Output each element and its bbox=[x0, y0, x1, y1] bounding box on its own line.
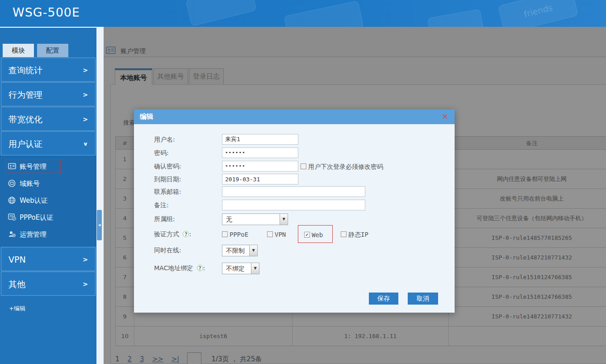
sidebar-item-label: 域账号 bbox=[20, 180, 40, 188]
pppoe-checkbox[interactable] bbox=[222, 231, 228, 237]
sidebar-item-other[interactable]: 其他 > bbox=[1, 272, 96, 296]
sidebar-item-web-auth[interactable]: Web认证 bbox=[0, 192, 96, 209]
vpn-label: VPN bbox=[275, 231, 286, 238]
sidebar-item-label: 用户认证 bbox=[8, 139, 42, 149]
force-change-label: 用户下次登录必须修改密码 bbox=[308, 163, 383, 170]
username-label: 用户名: bbox=[154, 134, 221, 145]
static-ip-checkbox[interactable] bbox=[341, 231, 347, 237]
sidebar-item-operation-mgmt[interactable]: 运营管理 bbox=[0, 226, 96, 243]
dialog-title: 编辑 bbox=[140, 109, 153, 124]
sidebar-tabs: 模块 配置 bbox=[3, 44, 96, 57]
auth-method-label: 验证方式 ?: bbox=[154, 229, 221, 239]
concurrent-select-value: 不限制 bbox=[226, 245, 245, 256]
sidebar: 模块 配置 查询统计 > 行为管理 > 带宽优化 > 用户认证 ∨ bbox=[0, 27, 96, 364]
sidebar-item-behavior-mgmt[interactable]: 行为管理 > bbox=[1, 82, 96, 106]
vpn-checkbox[interactable] bbox=[267, 231, 273, 237]
sidebar-menu: 查询统计 > 行为管理 > 带宽优化 > 用户认证 ∨ 账号管理 bbox=[0, 58, 96, 296]
keyboard-key-friends: friends bbox=[498, 0, 578, 27]
web-highlight-box: ✔Web bbox=[298, 225, 333, 243]
sidebar-item-label: 带宽优化 bbox=[8, 114, 42, 124]
edit-menu-link[interactable]: +编辑 bbox=[9, 305, 96, 313]
expire-date-label: 到期日期: bbox=[154, 174, 221, 184]
confirm-password-label: 确认密码: bbox=[154, 161, 221, 172]
dialog-body: 用户名: 密码: 确认密码: 用户下次登录必须修改密码 到期日期: 联系邮箱: … bbox=[134, 124, 455, 313]
chevron-down-icon: ∨ bbox=[83, 134, 88, 153]
sidebar-item-pppoe-auth[interactable]: PPPoE认证 bbox=[0, 209, 96, 226]
confirm-password-field[interactable] bbox=[222, 161, 298, 172]
sidebar-item-label: 账号管理 bbox=[20, 163, 46, 171]
product-title: WSG-500E bbox=[13, 5, 80, 19]
help-icon[interactable]: ? bbox=[183, 231, 189, 237]
remark-label: 备注: bbox=[154, 200, 221, 210]
sidebar-item-account-mgmt[interactable]: 账号管理 bbox=[0, 158, 96, 175]
keyboard-decoration bbox=[427, 9, 484, 27]
pppoe-label: PPPoE bbox=[230, 231, 248, 238]
sidebar-item-domain-account[interactable]: 域账号 bbox=[0, 175, 96, 192]
chevron-right-icon: > bbox=[83, 58, 88, 82]
email-field[interactable] bbox=[222, 186, 365, 197]
sidebar-item-user-auth[interactable]: 用户认证 ∨ bbox=[1, 131, 96, 155]
auth-option-web: ✔Web bbox=[304, 229, 323, 240]
email-label: 联系邮箱: bbox=[154, 186, 221, 197]
sidebar-item-label: 行为管理 bbox=[8, 90, 42, 100]
tab-modules[interactable]: 模块 bbox=[3, 44, 34, 57]
globe-icon bbox=[8, 197, 16, 204]
auth-method-label-text: 验证方式 bbox=[154, 230, 179, 238]
keyboard-decoration bbox=[284, 0, 364, 27]
sidebar-item-vpn[interactable]: VPN > bbox=[1, 247, 96, 271]
web-checkbox[interactable]: ✔ bbox=[304, 232, 310, 238]
chevron-right-icon: > bbox=[83, 83, 88, 107]
help-icon[interactable]: ? bbox=[197, 265, 203, 271]
app-window: friends WSG-500E 模块 配置 查询统计 > 行为管理 > 带宽优… bbox=[0, 0, 606, 364]
save-button[interactable]: 保存 bbox=[369, 293, 398, 305]
keyboard-key-label: friends bbox=[523, 2, 554, 19]
password-label: 密码: bbox=[154, 147, 221, 158]
chevron-right-icon: > bbox=[83, 107, 88, 131]
remark-field[interactable] bbox=[222, 200, 365, 210]
auth-colon: : bbox=[189, 230, 191, 238]
sidebar-item-label: VPN bbox=[8, 255, 26, 264]
concurrent-select[interactable]: 不限制 ▼ bbox=[222, 245, 258, 256]
sidebar-item-label: 其他 bbox=[8, 279, 25, 289]
mac-binding-select[interactable]: 不绑定 ▼ bbox=[222, 263, 259, 274]
sidebar-item-label: 查询统计 bbox=[8, 65, 42, 75]
domain-account-icon bbox=[8, 180, 16, 187]
auth-option-vpn: VPN bbox=[267, 229, 286, 239]
sidebar-item-query-stats[interactable]: 查询统计 > bbox=[1, 58, 96, 82]
group-select-value: 无 bbox=[226, 214, 232, 225]
doc-check-icon bbox=[8, 213, 16, 221]
group-select[interactable]: 无 ▼ bbox=[222, 213, 288, 225]
mac-binding-label: MAC地址绑定 ?: bbox=[154, 263, 221, 273]
collapse-arrow-icon: ◀ bbox=[98, 223, 100, 227]
sidebar-item-label: PPPoE认证 bbox=[20, 213, 53, 222]
sidebar-gap bbox=[96, 27, 104, 364]
force-change-checkbox[interactable] bbox=[301, 163, 306, 169]
auth-option-pppoe: PPPoE bbox=[222, 229, 248, 239]
mac-binding-select-value: 不绑定 bbox=[226, 263, 245, 274]
dialog-header: 编辑 ✕ bbox=[134, 109, 455, 124]
tab-config[interactable]: 配置 bbox=[37, 44, 68, 57]
dropdown-arrow-icon[interactable]: ▼ bbox=[249, 245, 257, 256]
sidebar-collapse-handle[interactable]: ◀ bbox=[97, 210, 102, 240]
edit-dialog: 编辑 ✕ 用户名: 密码: 确认密码: 用户下次登录必须修改密码 到期日期: 联… bbox=[134, 109, 455, 313]
sidebar-submenu: 账号管理 域账号 Web认证 PPPoE认证 运营管理 bbox=[0, 155, 96, 247]
sidebar-item-bandwidth[interactable]: 带宽优化 > bbox=[1, 107, 96, 131]
password-field[interactable] bbox=[222, 147, 298, 158]
chevron-right-icon: > bbox=[83, 272, 88, 296]
sidebar-item-label: Web认证 bbox=[20, 197, 48, 205]
cancel-button[interactable]: 取消 bbox=[408, 293, 438, 305]
mac-colon: : bbox=[203, 264, 205, 272]
dropdown-arrow-icon[interactable]: ▼ bbox=[251, 263, 259, 274]
dropdown-arrow-icon[interactable]: ▼ bbox=[280, 214, 288, 225]
web-label: Web bbox=[312, 231, 323, 238]
concurrent-label: 同时在线: bbox=[154, 245, 221, 255]
close-icon[interactable]: ✕ bbox=[442, 112, 448, 121]
mac-binding-label-text: MAC地址绑定 bbox=[154, 264, 193, 272]
sidebar-item-label: 运营管理 bbox=[20, 230, 46, 238]
auth-option-static-ip: 静态IP bbox=[341, 229, 368, 239]
keyboard-decoration bbox=[185, 0, 257, 26]
operator-icon bbox=[8, 230, 16, 238]
id-card-icon bbox=[8, 163, 16, 170]
username-field[interactable] bbox=[222, 134, 298, 145]
expire-date-field[interactable] bbox=[222, 174, 298, 184]
